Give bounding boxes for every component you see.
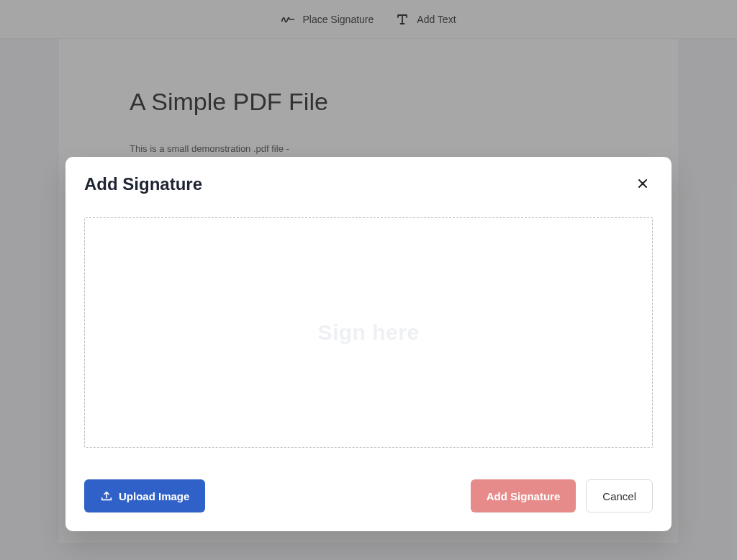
cancel-label: Cancel [602, 490, 636, 502]
signature-canvas[interactable]: Sign here [84, 217, 653, 448]
add-signature-button[interactable]: Add Signature [471, 479, 577, 512]
close-icon [637, 176, 648, 193]
add-signature-label: Add Signature [487, 490, 561, 502]
upload-image-label: Upload Image [119, 490, 189, 502]
signature-placeholder: Sign here [317, 320, 419, 345]
upload-image-button[interactable]: Upload Image [84, 479, 205, 512]
modal-footer-right: Add Signature Cancel [471, 479, 653, 512]
upload-icon [100, 489, 113, 502]
modal-title: Add Signature [84, 174, 202, 194]
modal-header: Add Signature [84, 174, 653, 194]
modal-footer: Upload Image Add Signature Cancel [84, 479, 653, 512]
modal-overlay[interactable]: Add Signature Sign here [0, 0, 737, 560]
add-signature-modal: Add Signature Sign here [65, 157, 672, 531]
cancel-button[interactable]: Cancel [586, 479, 653, 512]
close-button[interactable] [633, 174, 653, 194]
